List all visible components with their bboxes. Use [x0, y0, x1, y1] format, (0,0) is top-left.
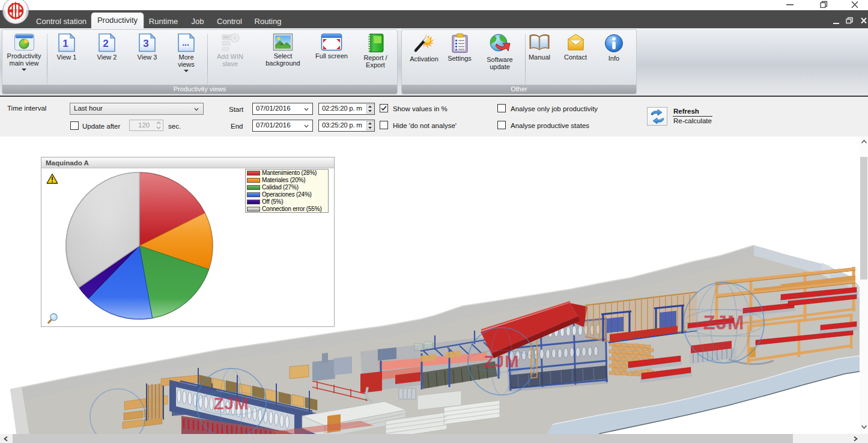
svg-text:ZJM: ZJM [484, 352, 520, 371]
svg-text:...: ... [182, 38, 189, 47]
svg-text:1: 1 [62, 38, 68, 49]
svg-text:3: 3 [143, 38, 148, 49]
svg-text:ZJM: ZJM [214, 394, 249, 413]
svg-text:ZJM: ZJM [703, 311, 745, 334]
svg-text:2: 2 [103, 38, 108, 49]
